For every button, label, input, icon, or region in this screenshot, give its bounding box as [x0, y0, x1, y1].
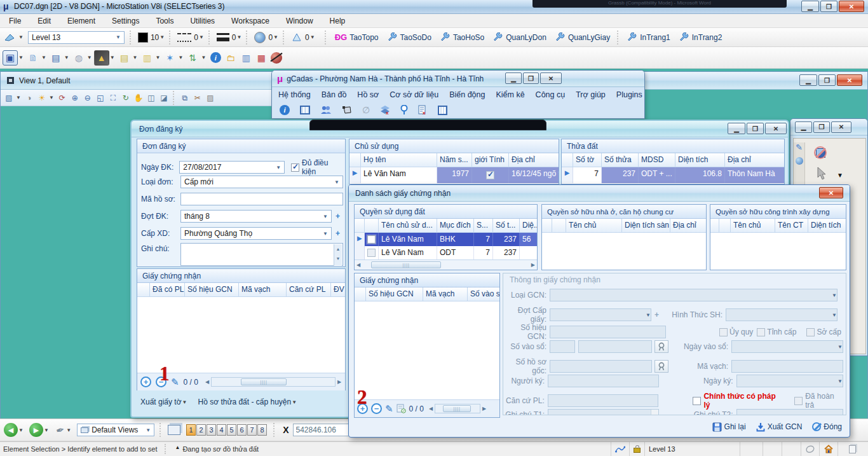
tinh-cap-checkbox[interactable] [757, 328, 765, 336]
gcn-list-scrollbar[interactable]: |||| [435, 404, 480, 413]
acs-grid-icon[interactable]: ▦ [254, 50, 269, 66]
ghi-chu-t1-input[interactable] [548, 409, 659, 415]
col-nam-sinh[interactable]: Năm s... [437, 153, 472, 167]
col-ma-vach[interactable]: Mã vạch [423, 287, 468, 301]
don-close-button[interactable]: ✕ [765, 123, 787, 134]
loai-gcn-combo[interactable]: ▼ [550, 289, 837, 301]
maximize-button[interactable]: ❐ [820, 1, 837, 12]
view-toggle-8[interactable]: 8 [257, 424, 267, 436]
col-muc-dich[interactable]: Mục đích [437, 219, 474, 232]
view-toggle-6[interactable]: 6 [237, 424, 247, 436]
view1-minimize-button[interactable]: ▁ [799, 74, 817, 86]
dot-dk-add-button[interactable]: + [336, 212, 340, 221]
table-icon[interactable] [300, 106, 310, 114]
caret-icon[interactable]: ▼ [18, 427, 24, 433]
caret-icon[interactable]: ▼ [133, 55, 138, 60]
view-brightness-icon[interactable]: ☀ [36, 92, 48, 104]
taotopo-button[interactable]: ĐG TaoTopo [335, 32, 379, 42]
models-icon[interactable]: ▤ [48, 50, 64, 66]
col-ten-chu[interactable]: Tên chủ [731, 219, 775, 232]
col-so-thua[interactable]: Số thửa [602, 153, 639, 167]
dong-button[interactable]: Đóng [812, 422, 842, 431]
clipboard-cell[interactable] [837, 442, 867, 456]
so-hieu-gcn-input[interactable] [550, 326, 666, 338]
seal-button[interactable] [654, 360, 668, 373]
delete-element-icon[interactable] [269, 50, 284, 66]
window-area-icon[interactable]: ◱ [94, 92, 107, 104]
document-delete-icon[interactable]: x [418, 105, 428, 115]
info-icon[interactable]: i [280, 105, 290, 115]
col-ten-ct[interactable]: Tên CT [775, 219, 808, 232]
textarea-scrollbar[interactable]: ▲▼ [334, 244, 342, 266]
menu-tools[interactable]: Tools [156, 17, 173, 25]
du-dieu-kien-checkbox[interactable] [291, 163, 299, 172]
col-can-cu-pl[interactable]: Căn cứ PL [287, 283, 331, 296]
view-toggle-4[interactable]: 4 [217, 424, 226, 436]
caret-icon[interactable]: ▼ [178, 55, 183, 60]
class-caret-icon[interactable]: ▼ [273, 34, 278, 40]
nguoi-ky-input[interactable] [548, 375, 659, 387]
col-dien-tich[interactable]: Diện tích [675, 153, 725, 167]
location-pin-icon[interactable] [400, 105, 408, 115]
layers-delete-icon[interactable]: x [380, 105, 390, 115]
col-dia-chi[interactable]: Địa chỉ [509, 153, 559, 167]
row-checkbox[interactable] [367, 249, 376, 257]
gcadas-close-button[interactable]: ✕ [540, 73, 562, 84]
pan-view-icon[interactable]: ✋ [132, 92, 145, 104]
gcadas-maximize-button[interactable]: ❐ [523, 73, 539, 84]
ghi-lai-button[interactable]: Ghi lại [712, 422, 746, 432]
ma-vach-input[interactable] [731, 360, 843, 373]
view-toggle-7[interactable]: 7 [247, 424, 257, 436]
col-dien-tich[interactable]: Diệ.. [520, 219, 537, 232]
tool-maximize-button[interactable]: ❐ [813, 121, 830, 133]
parcel-polygon-icon[interactable] [342, 105, 352, 115]
intrang2-button[interactable]: InTrang2 [679, 32, 722, 43]
xuat-giay-to-menu[interactable]: Xuất giấy tờ [140, 397, 182, 406]
ghi-chu-textarea[interactable]: ▲▼ [180, 243, 343, 266]
col-s[interactable]: S... [474, 219, 493, 232]
ghi-chu-t2-input[interactable] [736, 409, 843, 415]
line-style-icon[interactable] [177, 33, 191, 42]
seal-button[interactable] [654, 340, 668, 353]
snap-mode-cell[interactable] [611, 442, 629, 456]
dgn-home-cell[interactable] [819, 442, 837, 456]
quanlygiay-button[interactable]: QuanLyGiay [555, 32, 610, 43]
col-gioi-tinh[interactable]: giới Tính [472, 153, 509, 167]
col-so-hieu-gcn[interactable]: Số hiệu GCN [185, 283, 239, 296]
cap-xd-combo[interactable]: Phường Quảng Thọ▼ [180, 227, 332, 240]
view-toggle-1[interactable]: 1 [186, 424, 196, 436]
view-previous-icon[interactable]: ◫ [145, 92, 158, 104]
tool-minimize-button[interactable]: ▁ [795, 121, 812, 133]
gcadas-menu-kiemke[interactable]: Kiểm kê [496, 90, 524, 99]
gcadas-menu-bando[interactable]: Bản đồ [322, 90, 347, 99]
pencil-tool-icon[interactable]: ✎ [794, 142, 804, 152]
popup-indicator-icon[interactable]: ▲ [175, 445, 180, 450]
col-ho-ten[interactable]: Họ tên [361, 153, 437, 167]
view-toggle-5[interactable]: 5 [227, 424, 236, 436]
caret-icon[interactable]: ▼ [156, 55, 161, 60]
copy-view-icon[interactable]: ⧉ [179, 92, 191, 104]
menu-help[interactable]: Help [330, 17, 346, 25]
menu-edit[interactable]: Edit [37, 17, 51, 25]
level-manager-icon[interactable]: ▥ [140, 50, 155, 66]
close-button[interactable]: ✕ [839, 1, 864, 12]
don-gcn-table-body[interactable] [137, 297, 345, 373]
col-so-to[interactable]: Số tờ [573, 153, 602, 167]
active-color-swatch[interactable] [138, 32, 148, 43]
caret-icon[interactable]: ▼ [16, 95, 21, 100]
view-next-icon[interactable]: ▶ [29, 423, 43, 437]
edit-record-icon[interactable]: ✎ [171, 377, 179, 388]
new-file-icon[interactable]: 🗎 [25, 50, 41, 66]
don-maximize-button[interactable]: ❐ [747, 123, 764, 134]
dot-cap-giay-combo[interactable]: ▼ [550, 308, 651, 321]
ma-ho-so-input[interactable] [180, 193, 343, 205]
col-so-thua[interactable]: Số t... [493, 219, 520, 232]
col-ma-vach[interactable]: Mã vạch [239, 283, 287, 296]
view-previous-icon[interactable]: ◀ [4, 423, 18, 437]
zoom-in-icon[interactable]: ⊕ [69, 92, 81, 104]
clip-volume-icon[interactable]: ✂ [191, 92, 204, 104]
view-next-icon[interactable]: ◪ [158, 92, 170, 104]
caret-icon[interactable]: ▼ [41, 55, 46, 60]
gcadas-menu-congcu[interactable]: Công cụ [536, 90, 566, 99]
tool-close-button[interactable]: ✕ [831, 121, 851, 133]
